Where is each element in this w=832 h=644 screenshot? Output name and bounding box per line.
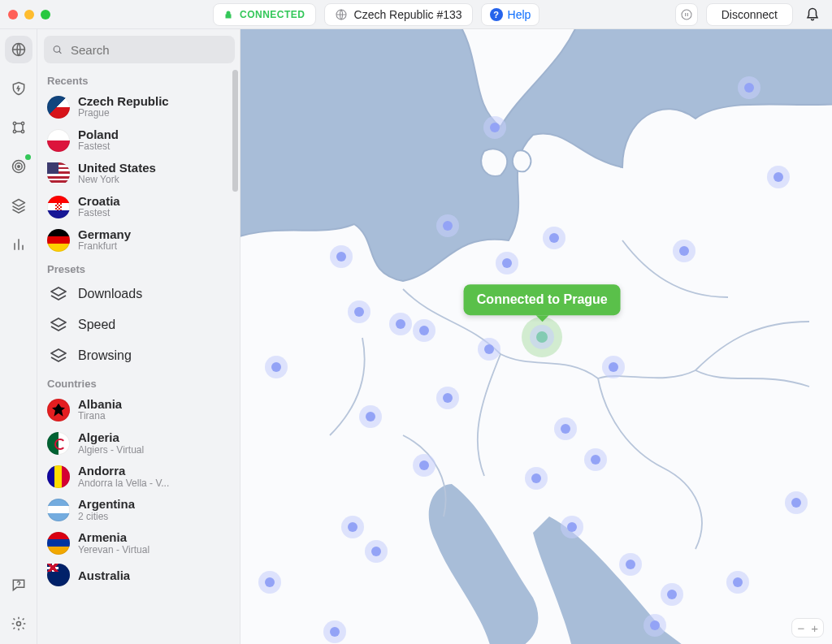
recent-item[interactable]: Croatia Fastest <box>44 190 228 223</box>
flag-icon <box>47 162 70 185</box>
server-node[interactable] <box>271 362 281 372</box>
help-button[interactable]: ? Help <box>481 3 540 26</box>
search-input[interactable] <box>69 42 227 58</box>
shield-bolt-icon <box>11 80 27 97</box>
server-node[interactable] <box>348 522 358 532</box>
server-node[interactable] <box>774 172 783 182</box>
server-node[interactable] <box>419 326 429 335</box>
nav-threat-protection[interactable] <box>5 75 32 102</box>
recent-item[interactable]: Germany Frankfurt <box>44 223 228 257</box>
flag-icon <box>47 532 70 555</box>
preset-item[interactable]: Downloads <box>44 279 228 309</box>
country-sub: Algiers - Virtual <box>78 445 144 456</box>
server-chip[interactable]: Czech Republic #133 <box>324 3 473 26</box>
zoom-window-button[interactable] <box>41 10 50 19</box>
nav-presets[interactable] <box>5 192 32 219</box>
country-sub: Fastest <box>78 141 119 153</box>
server-label: Czech Republic #133 <box>354 8 462 21</box>
server-node-active[interactable] <box>536 331 548 343</box>
server-node[interactable] <box>484 344 494 354</box>
country-item[interactable]: Armenia Yerevan - Virtual <box>44 526 228 560</box>
country-name: Czech Republic <box>78 94 169 108</box>
country-item[interactable]: Albania Tirana <box>44 393 228 426</box>
preset-item[interactable]: Speed <box>44 309 228 340</box>
title-bar: CONNECTED Czech Republic #133 ? Help Dis… <box>0 0 832 29</box>
radar-icon <box>11 158 27 175</box>
server-node[interactable] <box>396 319 405 329</box>
server-node[interactable] <box>626 560 635 569</box>
recent-item[interactable]: United States New York <box>44 157 228 190</box>
server-node[interactable] <box>667 590 677 599</box>
server-node[interactable] <box>371 547 381 556</box>
server-node[interactable] <box>549 233 559 243</box>
svg-point-6 <box>21 130 24 132</box>
country-sub: New York <box>78 175 156 186</box>
country-name: United States <box>78 161 156 175</box>
server-node[interactable] <box>265 577 275 587</box>
preset-item[interactable]: Browsing <box>44 340 228 371</box>
country-sub: Andorra la Vella - V... <box>78 478 169 490</box>
section-recents-label: Recents <box>44 68 228 90</box>
section-presets-label: Presets <box>44 257 228 279</box>
server-node[interactable] <box>561 424 570 434</box>
server-node[interactable] <box>443 393 453 403</box>
country-sub: Fastest <box>78 208 120 219</box>
minimize-window-button[interactable] <box>24 10 34 19</box>
server-node[interactable] <box>567 522 577 532</box>
sidebar: Recents Czech Republic Prague Poland Fas… <box>37 29 240 644</box>
server-node[interactable] <box>591 455 600 465</box>
recent-item[interactable]: Czech Republic Prague <box>44 90 228 123</box>
map-canvas[interactable]: Connected to Prague − + <box>240 29 832 644</box>
server-node[interactable] <box>744 83 754 93</box>
server-node[interactable] <box>443 221 453 231</box>
country-item[interactable]: Andorra Andorra la Vella - V... <box>44 460 228 493</box>
globe-icon <box>335 8 348 21</box>
server-node[interactable] <box>336 252 346 261</box>
server-node[interactable] <box>354 307 364 317</box>
close-window-button[interactable] <box>8 10 18 19</box>
nav-meshnet[interactable] <box>5 114 32 141</box>
disconnect-button[interactable]: Disconnect <box>706 3 793 26</box>
nav-dark-web-monitor[interactable] <box>5 153 32 180</box>
server-node[interactable] <box>650 620 660 630</box>
server-node[interactable] <box>502 258 512 268</box>
zoom-out-button[interactable]: − <box>797 621 804 635</box>
nav-settings[interactable] <box>5 610 32 638</box>
server-node[interactable] <box>366 412 375 421</box>
layers-icon <box>47 344 70 367</box>
svg-point-1 <box>682 10 691 19</box>
svg-point-3 <box>13 122 15 124</box>
server-node[interactable] <box>679 246 689 256</box>
globe-icon <box>11 41 27 58</box>
nav-statistics[interactable] <box>5 231 32 258</box>
country-item[interactable]: Argentina 2 cities <box>44 493 228 526</box>
country-name: Armenia <box>78 530 150 544</box>
flag-icon <box>47 499 70 521</box>
search-field[interactable] <box>44 36 235 63</box>
country-item[interactable]: Algeria Algiers - Virtual <box>44 426 228 460</box>
scrollbar-thumb[interactable] <box>232 70 238 192</box>
server-node[interactable] <box>791 498 801 508</box>
country-sub: Tirana <box>78 411 122 422</box>
server-node[interactable] <box>490 123 500 132</box>
nav-globe[interactable] <box>5 36 32 63</box>
recent-item[interactable]: Poland Fastest <box>44 123 228 157</box>
nav-support[interactable] <box>5 571 32 599</box>
svg-point-10 <box>16 622 20 626</box>
country-item[interactable]: Australia <box>44 560 228 590</box>
svg-point-9 <box>17 166 20 168</box>
server-node[interactable] <box>609 362 618 372</box>
layers-icon <box>47 283 70 305</box>
notifications-button[interactable] <box>801 3 824 26</box>
flag-icon <box>47 129 70 152</box>
pause-button[interactable] <box>675 3 698 26</box>
lock-icon <box>223 10 233 19</box>
server-node[interactable] <box>419 460 429 470</box>
country-sub: 2 cities <box>78 512 135 523</box>
server-node[interactable] <box>330 627 340 637</box>
zoom-in-button[interactable]: + <box>811 621 818 635</box>
server-node[interactable] <box>531 473 541 483</box>
svg-point-4 <box>21 122 24 124</box>
server-node[interactable] <box>733 577 743 587</box>
flag-icon <box>47 564 70 586</box>
